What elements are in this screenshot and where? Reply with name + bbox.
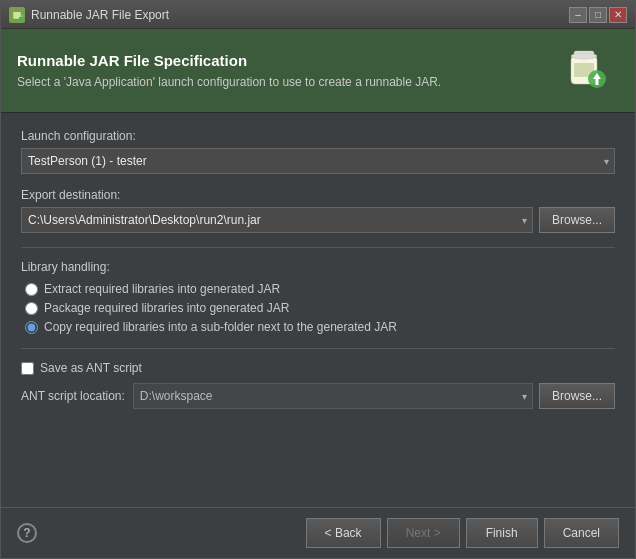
export-dest-browse-button[interactable]: Browse... — [539, 207, 615, 233]
ant-location-label: ANT script location: — [21, 389, 125, 403]
footer-left: ? — [17, 523, 37, 543]
jar-icon — [559, 43, 609, 93]
radio-extract[interactable] — [25, 283, 38, 296]
close-button[interactable]: ✕ — [609, 7, 627, 23]
export-dest-row: C:\Users\Administrator\Desktop\run2\run.… — [21, 207, 615, 233]
svg-rect-1 — [13, 9, 21, 12]
next-button[interactable]: Next > — [387, 518, 460, 548]
save-ant-row: Save as ANT script — [21, 361, 615, 375]
radio-package-item: Package required libraries into generate… — [25, 301, 615, 315]
window-icon — [9, 7, 25, 23]
radio-package-label[interactable]: Package required libraries into generate… — [44, 301, 289, 315]
finish-button[interactable]: Finish — [466, 518, 538, 548]
cancel-button[interactable]: Cancel — [544, 518, 619, 548]
library-handling-label: Library handling: — [21, 260, 615, 274]
radio-package[interactable] — [25, 302, 38, 315]
title-bar: Runnable JAR File Export – □ ✕ — [1, 1, 635, 29]
divider-2 — [21, 348, 615, 349]
library-handling-group: Library handling: Extract required libra… — [21, 260, 615, 334]
export-dest-group: Export destination: C:\Users\Administrat… — [21, 188, 615, 233]
export-dest-dropdown-wrapper: C:\Users\Administrator\Desktop\run2\run.… — [21, 207, 533, 233]
export-dest-label: Export destination: — [21, 188, 615, 202]
save-ant-label[interactable]: Save as ANT script — [40, 361, 142, 375]
header-text: Runnable JAR File Specification Select a… — [17, 52, 547, 89]
launch-config-dropdown[interactable]: TestPerson (1) - tester — [21, 148, 615, 174]
save-ant-checkbox[interactable] — [21, 362, 34, 375]
svg-point-6 — [571, 53, 597, 59]
launch-config-label: Launch configuration: — [21, 129, 615, 143]
minimize-button[interactable]: – — [569, 7, 587, 23]
radio-extract-label[interactable]: Extract required libraries into generate… — [44, 282, 280, 296]
ant-location-row: ANT script location: D:\workspace Browse… — [21, 383, 615, 409]
help-button[interactable]: ? — [17, 523, 37, 543]
title-bar-text: Runnable JAR File Export — [31, 8, 569, 22]
launch-config-group: Launch configuration: TestPerson (1) - t… — [21, 129, 615, 174]
page-subtitle: Select a 'Java Application' launch confi… — [17, 75, 547, 89]
ant-browse-button[interactable]: Browse... — [539, 383, 615, 409]
divider-1 — [21, 247, 615, 248]
restore-button[interactable]: □ — [589, 7, 607, 23]
ant-location-dropdown[interactable]: D:\workspace — [133, 383, 533, 409]
header-section: Runnable JAR File Specification Select a… — [1, 29, 635, 113]
content-area: Launch configuration: TestPerson (1) - t… — [1, 113, 635, 507]
ant-location-controls: D:\workspace Browse... — [133, 383, 615, 409]
footer: ? < Back Next > Finish Cancel — [1, 507, 635, 558]
library-handling-options: Extract required libraries into generate… — [25, 282, 615, 334]
radio-copy-item: Copy required libraries into a sub-folde… — [25, 320, 615, 334]
title-bar-buttons: – □ ✕ — [569, 7, 627, 23]
main-window: Runnable JAR File Export – □ ✕ Runnable … — [0, 0, 636, 559]
ant-location-dropdown-wrapper: D:\workspace — [133, 383, 533, 409]
launch-config-dropdown-wrapper: TestPerson (1) - tester — [21, 148, 615, 174]
svg-marker-2 — [19, 17, 23, 21]
footer-buttons: < Back Next > Finish Cancel — [306, 518, 619, 548]
radio-copy[interactable] — [25, 321, 38, 334]
jar-icon-container — [559, 43, 619, 98]
page-title: Runnable JAR File Specification — [17, 52, 547, 69]
radio-extract-item: Extract required libraries into generate… — [25, 282, 615, 296]
radio-copy-label[interactable]: Copy required libraries into a sub-folde… — [44, 320, 397, 334]
back-button[interactable]: < Back — [306, 518, 381, 548]
export-dest-dropdown[interactable]: C:\Users\Administrator\Desktop\run2\run.… — [21, 207, 533, 233]
